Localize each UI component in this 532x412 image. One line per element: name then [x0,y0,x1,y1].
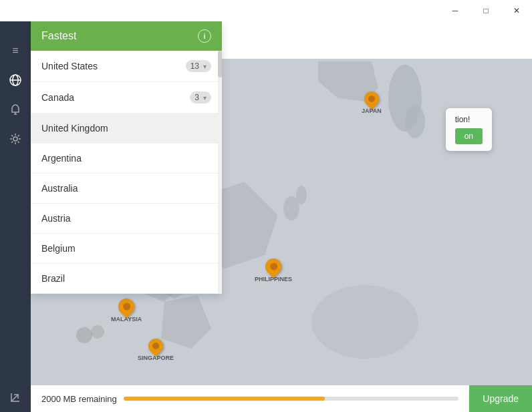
country-name: Brazil [41,273,65,284]
country-name: Belgium [41,243,76,254]
country-dropdown: Fastest i United States 13 ▾ Canada 3 ▾ … [31,21,222,294]
dropdown-header[interactable]: Fastest i [31,21,222,51]
svg-point-14 [91,325,104,339]
progress-bar [124,397,459,401]
notification-card: tion! on [446,108,492,151]
svg-point-9 [311,285,418,359]
svg-point-16 [296,186,307,204]
menu-icon[interactable]: ≡ [3,39,27,63]
svg-point-13 [76,327,92,343]
progress-bar-fill [124,397,325,401]
chevron-down-icon: ▾ [203,94,207,101]
dropdown-scroll[interactable]: United States 13 ▾ Canada 3 ▾ United Kin… [31,51,222,294]
svg-point-8 [405,105,425,138]
count-badge: 3 ▾ [190,91,211,104]
country-name: Argentina [41,153,82,164]
country-name: Australia [41,183,78,194]
settings-icon[interactable] [3,127,27,151]
marker-singapore: SINGAPORE [138,339,174,361]
country-name: Canada [41,92,74,103]
chevron-down-icon: ▾ [203,63,207,70]
scrollbar-thumb[interactable] [218,51,222,77]
list-item[interactable]: Belgium [31,234,222,264]
list-item[interactable]: Australia [31,174,222,204]
arrow-icon[interactable] [3,385,27,409]
scrollbar-track[interactable] [218,51,222,294]
list-item[interactable]: Canada 3 ▾ [31,82,222,114]
notification-text: tion! [455,115,483,124]
fastest-label: Fastest [41,30,76,42]
list-item[interactable]: Austria [31,204,222,234]
svg-point-5 [13,137,17,141]
bottom-bar: 2000 MB remaining Upgrade [31,385,532,412]
globe-icon[interactable] [3,68,27,92]
notification-button[interactable]: on [455,128,483,144]
data-remaining-text: 2000 MB remaining [41,394,117,404]
maximize-button[interactable]: □ [471,0,501,21]
data-remaining-area: 2000 MB remaining [31,394,469,404]
sidebar: T ≡ [0,0,31,412]
minimize-button[interactable]: ─ [440,0,471,21]
marker-japan: JAPAN [362,91,382,114]
marker-philippines: PHILIPPINES [255,258,292,282]
list-item[interactable]: Brazil [31,264,222,294]
info-icon[interactable]: i [198,29,211,43]
alert-icon[interactable] [3,97,27,122]
marker-malaysia: MALAYSIA [111,298,142,323]
close-button[interactable]: ✕ [501,0,532,21]
list-item[interactable]: United Kingdom [31,114,222,144]
list-item[interactable]: Argentina [31,144,222,174]
country-name: United States [41,61,98,71]
title-bar: ─ □ ✕ [0,0,532,21]
country-name: Austria [41,213,71,224]
upgrade-button[interactable]: Upgrade [469,385,532,412]
count-badge: 13 ▾ [186,60,211,72]
country-name: United Kingdom [41,123,108,134]
list-item[interactable]: United States 13 ▾ [31,51,222,82]
